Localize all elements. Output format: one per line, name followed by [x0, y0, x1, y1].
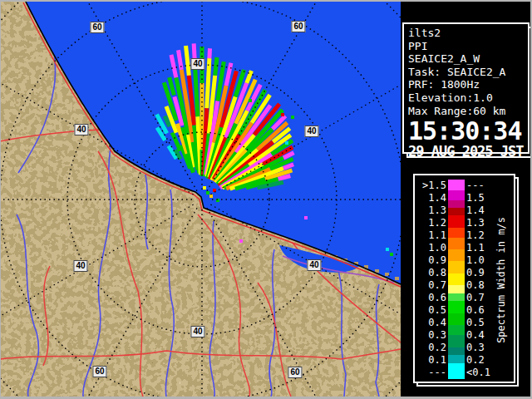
- legend-threshold-label: 1.4: [419, 192, 446, 204]
- legend-threshold-label: 0.2: [466, 354, 496, 367]
- radar-application-window: 60604040404040406060 ilts2 PPI SEAICE2_A…: [0, 0, 532, 399]
- range-ring-label: 60: [291, 21, 305, 32]
- legend-threshold-label: 0.5: [419, 304, 446, 317]
- legend-threshold-label: 0.5: [466, 317, 496, 329]
- range-ring-label: 40: [73, 260, 87, 272]
- legend-threshold-label: 0.7: [419, 279, 446, 292]
- legend-threshold-label: 0.3: [466, 342, 496, 354]
- legend-threshold-label: 0.9: [419, 254, 446, 267]
- legend-threshold-label: 0.6: [419, 292, 446, 304]
- legend-threshold-label: 1.3: [466, 217, 496, 229]
- window-frame-left: [0, 0, 1, 399]
- legend-threshold-label: 0.7: [466, 292, 496, 304]
- colorbar-grid: >1.51.41.31.21.11.00.90.80.70.60.50.40.3…: [419, 180, 496, 379]
- range-ring-label: 60: [90, 22, 104, 33]
- legend-threshold-label: 1.1: [419, 229, 446, 242]
- range-ring-label: 60: [92, 366, 106, 377]
- legend-threshold-label: 0.4: [419, 317, 446, 329]
- legend-title: Spectrum Width in m/s: [495, 184, 507, 377]
- legend-threshold-label: 0.1: [419, 354, 446, 367]
- legend-threshold-label: 0.3: [419, 329, 446, 342]
- elevation-value: Elevation:1.0: [408, 91, 525, 105]
- colorbar: [448, 180, 465, 379]
- legend-threshold-label: 1.0: [466, 254, 496, 267]
- legend-threshold-label: 1.3: [419, 204, 446, 217]
- legend-threshold-label: <0.1: [466, 367, 496, 379]
- product-name: SEAICE2_A_W: [408, 52, 525, 66]
- window-frame-top: [0, 0, 532, 2]
- range-ring-label: 40: [307, 259, 321, 271]
- task-name: Task: SEAICE2_A: [408, 66, 525, 79]
- legend-threshold-label: ---: [419, 367, 446, 379]
- range-ring-label: 40: [74, 124, 88, 135]
- legend-threshold-label: 1.5: [466, 192, 496, 204]
- legend-threshold-label: 0.9: [466, 267, 496, 279]
- range-ring-label: 60: [288, 367, 302, 378]
- scan-time: 15:30:34: [408, 118, 525, 144]
- scan-date: 29 AUG 2025 JST: [408, 144, 525, 160]
- legend-threshold-label: 1.4: [466, 204, 496, 217]
- legend-threshold-label: 1.2: [419, 217, 446, 229]
- legend-right-labels: ---1.51.41.31.21.11.00.90.80.70.60.50.40…: [465, 180, 496, 379]
- legend-threshold-label: 0.2: [419, 342, 446, 354]
- legend-threshold-label: 0.6: [466, 304, 496, 317]
- legend-left-labels: >1.51.41.31.21.11.00.90.80.70.60.50.40.3…: [419, 180, 448, 379]
- radar-map-viewport[interactable]: 60604040404040406060: [1, 2, 401, 397]
- prf-value: PRF: 1800Hz: [408, 78, 525, 91]
- range-ring-label: 40: [190, 326, 204, 337]
- legend-threshold-label: ---: [466, 180, 496, 192]
- legend-threshold-label: 1.2: [466, 229, 496, 242]
- range-ring-label: 40: [304, 126, 318, 137]
- legend-threshold-label: 1.0: [419, 242, 446, 254]
- info-panel: ilts2 PPI SEAICE2_A_W Task: SEAICE2_A PR…: [402, 22, 530, 154]
- max-range-value: Max Range:60 km: [408, 105, 525, 118]
- legend-threshold-label: 0.8: [466, 279, 496, 292]
- site-name: ilts2: [408, 27, 525, 40]
- legend-threshold-label: 0.4: [466, 329, 496, 342]
- colorbar-legend-panel: >1.51.41.31.21.11.00.90.80.70.60.50.40.3…: [413, 174, 515, 383]
- range-ring-label: 40: [190, 58, 204, 70]
- scan-type: PPI: [408, 40, 525, 53]
- legend-threshold-label: >1.5: [419, 180, 446, 192]
- legend-threshold-label: 1.1: [466, 242, 496, 254]
- legend-threshold-label: 0.8: [419, 267, 446, 279]
